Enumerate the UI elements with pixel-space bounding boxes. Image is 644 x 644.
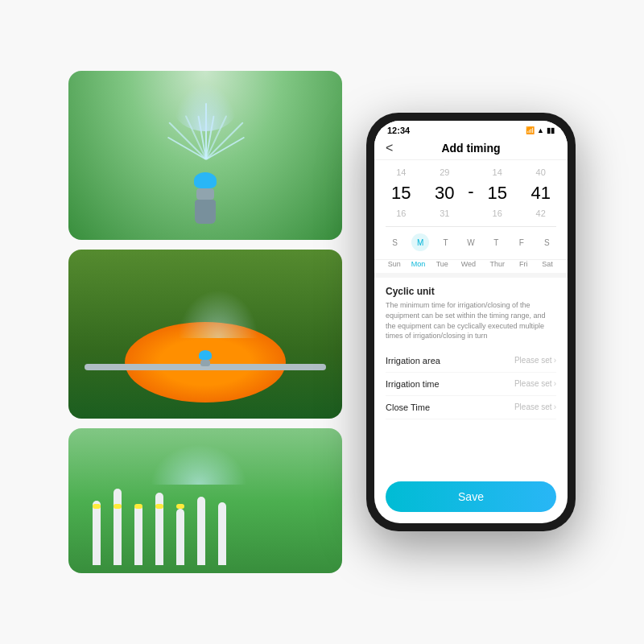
label-mon: Mon — [410, 260, 427, 268]
end-min-prev: 40 — [536, 165, 546, 181]
start-hour-column[interactable]: 14 15 16 — [381, 165, 421, 221]
end-hour-next: 16 — [493, 206, 502, 222]
label-fri: Fri — [514, 260, 532, 268]
day-sat[interactable]: S — [538, 233, 555, 253]
day-sun-circle: S — [386, 233, 404, 251]
start-min-column[interactable]: 29 30 31 — [424, 165, 464, 221]
end-hour-prev: 14 — [493, 165, 502, 181]
start-min-next: 31 — [440, 206, 449, 222]
day-sun[interactable]: S — [386, 233, 404, 253]
start-hour-next: 16 — [396, 206, 406, 222]
status-bar: 12:34 📶 ▲ ▮▮ — [374, 121, 568, 137]
irrigation-area-row[interactable]: Irrigation area Please set › — [386, 349, 556, 373]
day-wed-circle: W — [462, 233, 480, 251]
photo-3 — [68, 428, 342, 573]
status-icons: 📶 ▲ ▮▮ — [526, 126, 555, 134]
main-container: 12:34 📶 ▲ ▮▮ < Add timing 14 — [0, 0, 644, 644]
irrigation-time-label: Irrigation time — [386, 379, 440, 389]
phone: 12:34 📶 ▲ ▮▮ < Add timing 14 — [366, 113, 576, 531]
day-mon-circle: M — [411, 233, 429, 251]
phone-wrapper: 12:34 📶 ▲ ▮▮ < Add timing 14 — [366, 113, 576, 531]
label-wed: Wed — [457, 260, 480, 268]
app-header: < Add timing — [374, 137, 568, 160]
day-labels-row: Sun Mon Tue Wed Thur Fri Sat — [374, 260, 568, 273]
save-button[interactable]: Save — [386, 481, 556, 512]
end-min-column[interactable]: 40 41 42 — [521, 165, 561, 221]
end-min-next: 42 — [536, 206, 546, 222]
label-sat: Sat — [539, 260, 556, 268]
irrigation-area-label: Irrigation area — [386, 356, 440, 365]
photos-column — [68, 71, 342, 573]
photo-2 — [68, 250, 342, 419]
start-min-current: 30 — [435, 181, 454, 206]
label-tue: Tue — [433, 260, 451, 268]
bluetooth-icon: 📶 — [526, 126, 535, 134]
day-fri-circle: F — [513, 233, 530, 251]
cyclic-title: Cyclic unit — [386, 286, 556, 297]
day-thur-circle: T — [487, 233, 505, 251]
end-min-current: 41 — [530, 181, 550, 206]
app-title: Add timing — [441, 142, 500, 155]
wifi-icon: ▲ — [537, 126, 544, 134]
battery-icon: ▮▮ — [547, 126, 555, 134]
end-hour-column[interactable]: 14 15 16 — [477, 165, 518, 221]
end-hour-current: 15 — [487, 181, 506, 206]
label-sun: Sun — [386, 260, 403, 268]
day-tue-circle: T — [437, 233, 455, 251]
time-separator: - — [468, 181, 473, 202]
day-fri[interactable]: F — [513, 233, 530, 253]
chevron-right-icon-2: › — [554, 379, 556, 388]
settings-section: Cyclic unit The minimum time for irrigat… — [374, 278, 568, 473]
close-time-row[interactable]: Close Time Please set › — [386, 396, 556, 419]
day-mon[interactable]: M — [411, 233, 429, 253]
irrigation-time-value: Please set › — [514, 379, 556, 388]
back-button[interactable]: < — [386, 141, 393, 155]
cyclic-desc: The minimum time for irrigation/closing … — [386, 300, 556, 341]
close-time-label: Close Time — [386, 402, 430, 412]
start-hour-prev: 14 — [396, 165, 406, 181]
phone-screen: 12:34 📶 ▲ ▮▮ < Add timing 14 — [374, 121, 568, 523]
close-time-value: Please set › — [514, 402, 556, 411]
day-sat-circle: S — [538, 233, 555, 251]
status-time: 12:34 — [387, 126, 410, 135]
start-min-prev: 29 — [440, 165, 449, 181]
day-tue[interactable]: T — [437, 233, 455, 253]
day-wed[interactable]: W — [462, 233, 480, 253]
chevron-right-icon-3: › — [554, 402, 556, 411]
irrigation-time-row[interactable]: Irrigation time Please set › — [386, 373, 556, 396]
photo-1 — [68, 71, 342, 240]
chevron-right-icon: › — [554, 356, 556, 365]
day-selector[interactable]: S M T W T F — [374, 227, 568, 260]
day-thur[interactable]: T — [487, 233, 505, 253]
irrigation-area-value: Please set › — [514, 356, 556, 365]
time-picker[interactable]: 14 15 16 29 30 31 - 14 15 — [374, 160, 568, 226]
start-hour-current: 15 — [391, 181, 411, 206]
label-thur: Thur — [486, 260, 509, 268]
